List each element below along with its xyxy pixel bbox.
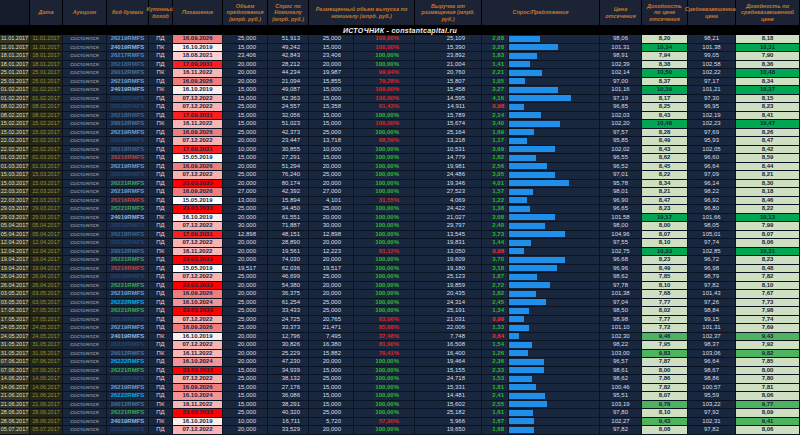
cell-demand-supply-ratio[interactable]: 3,05 <box>482 171 509 180</box>
cell-cutoff-yield[interactable]: 8,07 <box>642 392 688 401</box>
cell-demand-nominal[interactable]: 15,894 <box>268 197 309 206</box>
cell-wavg-price[interactable]: 102,58 <box>688 61 736 70</box>
cell-maturity-date[interactable]: 07.12.2022 <box>173 273 223 282</box>
cell-revenue[interactable]: 13,218 <box>415 137 482 146</box>
cell-auction-status[interactable]: состоялся <box>63 392 107 401</box>
cell-coupon-type[interactable]: ПД <box>149 154 173 163</box>
cell-placed-volume[interactable]: 15,000 <box>309 44 354 53</box>
cell-date[interactable]: 31.05.2017 <box>30 341 63 350</box>
cell-demand-supply-ratio[interactable]: 2,14 <box>482 112 509 121</box>
cell-date-left[interactable]: 01.02.2017 <box>0 95 30 104</box>
cell-offer-volume[interactable]: 25,000 <box>223 129 268 138</box>
table-row[interactable]: 15.02.201715.02.2017состоялся29012RMFSПК… <box>0 120 800 129</box>
cell-date[interactable]: 26.04.2017 <box>30 282 63 291</box>
cell-auction-status[interactable]: состоялся <box>63 214 107 223</box>
cell-wavg-yield[interactable]: 8,42 <box>736 146 800 155</box>
table-row[interactable]: 28.06.201728.06.2017состоялся24019RMFSПК… <box>0 418 800 427</box>
cell-placed-percent[interactable]: 100,00% <box>354 299 415 308</box>
cell-demand-supply-bar[interactable] <box>509 290 600 299</box>
cell-security-code[interactable]: 26221RMFS <box>107 180 149 189</box>
cell-placed-percent[interactable]: 99,94% <box>354 69 415 78</box>
cell-demand-supply-bar[interactable] <box>509 418 600 427</box>
cell-coupon-type[interactable]: ПД <box>149 409 173 418</box>
cell-placed-percent[interactable]: 100,00% <box>354 86 415 95</box>
cell-demand-nominal[interactable]: 23,447 <box>268 137 309 146</box>
cell-wavg-yield[interactable]: 7,90 <box>736 52 800 61</box>
cell-placed-volume[interactable]: 16,380 <box>309 341 354 350</box>
cell-cutoff-price[interactable]: 98,62 <box>600 375 642 384</box>
cell-demand-supply-bar[interactable] <box>509 78 600 87</box>
cell-security-code[interactable]: 26220RMFS <box>107 375 149 384</box>
table-row[interactable]: 29.03.201729.03.2017состоялся26221RMFSПД… <box>0 205 800 214</box>
cell-wavg-price[interactable]: 96,95 <box>688 103 736 112</box>
cell-demand-supply-ratio[interactable]: 1,26 <box>482 350 509 359</box>
cell-demand-nominal[interactable]: 21,094 <box>268 78 309 87</box>
cell-cutoff-price[interactable]: 102,02 <box>600 146 642 155</box>
cell-date-left[interactable]: 15.02.2017 <box>0 120 30 129</box>
cell-placed-volume[interactable]: 15,000 <box>309 86 354 95</box>
cell-cutoff-yield[interactable]: 8,38 <box>642 61 688 70</box>
cell-date-left[interactable]: 03.05.2017 <box>0 290 30 299</box>
cell-maturity-date[interactable]: 17.09.2031 <box>173 61 223 70</box>
cell-date-left[interactable]: 05.07.2017 <box>0 426 30 435</box>
cell-cutoff-price[interactable]: 97,78 <box>600 282 642 291</box>
cell-placed-percent[interactable]: 100,00% <box>354 35 415 44</box>
cell-demand-supply-bar[interactable] <box>509 95 600 104</box>
cell-coupon-type[interactable]: ПД <box>149 324 173 333</box>
cell-wavg-price[interactable]: 96,64 <box>688 358 736 367</box>
cell-demand-supply-bar[interactable] <box>509 214 600 223</box>
cell-wavg-yield[interactable]: 8,06 <box>736 239 800 248</box>
cell-maturity-date[interactable]: 16.09.2026 <box>173 78 223 87</box>
cell-placed-volume[interactable]: 25,000 <box>309 35 354 44</box>
cell-demand-supply-ratio[interactable]: 4,01 <box>482 180 509 189</box>
cell-wavg-yield[interactable]: 9,77 <box>736 401 800 410</box>
cell-placed-percent[interactable]: 100,00% <box>354 180 415 189</box>
cell-coupon-type[interactable]: ПД <box>149 146 173 155</box>
cell-cutoff-price[interactable]: 98,50 <box>600 307 642 316</box>
cell-placed-percent[interactable]: 57,20% <box>354 418 415 427</box>
cell-demand-supply-ratio[interactable]: 1,54 <box>482 341 509 350</box>
cell-date[interactable]: 11.01.2017 <box>30 44 63 53</box>
cell-wavg-yield[interactable]: 7,80 <box>736 375 800 384</box>
cell-auction-status[interactable]: состоялся <box>63 307 107 316</box>
table-row[interactable]: 14.06.201714.06.2017состоялся26219RMFSПД… <box>0 384 800 393</box>
cell-placed-percent[interactable]: 100,00% <box>354 214 415 223</box>
cell-revenue[interactable]: 19,609 <box>415 256 482 265</box>
cell-revenue[interactable]: 24,314 <box>415 299 482 308</box>
cell-demand-supply-bar[interactable] <box>509 35 600 44</box>
cell-revenue[interactable]: 21,004 <box>415 61 482 70</box>
cell-cutoff-yield[interactable]: 8,49 <box>642 265 688 274</box>
cell-cutoff-yield[interactable]: 8,28 <box>642 129 688 138</box>
table-row[interactable]: 24.05.201724.05.2017состоялся24019RMFSПК… <box>0 333 800 342</box>
cell-date-left[interactable]: 26.04.2017 <box>0 273 30 282</box>
cell-demand-supply-bar[interactable] <box>509 239 600 248</box>
cell-revenue[interactable]: 13,545 <box>415 231 482 240</box>
table-row[interactable]: 11.01.201711.01.2017состоялся26219RMFSПД… <box>0 35 800 44</box>
cell-wavg-yield[interactable]: 8,36 <box>736 61 800 70</box>
cell-cutoff-yield[interactable]: 7,77 <box>642 316 688 325</box>
cell-cutoff-yield[interactable]: 8,47 <box>642 197 688 206</box>
cell-security-code[interactable]: 24019RMFS <box>107 418 149 427</box>
cell-date[interactable]: 24.05.2017 <box>30 324 63 333</box>
cell-date-left[interactable]: 22.02.2017 <box>0 137 30 146</box>
cell-placed-volume[interactable]: 13,718 <box>309 137 354 146</box>
cell-cutoff-yield[interactable]: 8,25 <box>642 103 688 112</box>
cell-date[interactable]: 26.04.2017 <box>30 273 63 282</box>
cell-placed-volume[interactable]: 15,000 <box>309 384 354 393</box>
cell-placed-volume[interactable]: 20,000 <box>309 180 354 189</box>
table-row[interactable]: 03.05.201703.05.2017состоялся26219RMFSПД… <box>0 290 800 299</box>
cell-maturity-date[interactable]: 16.09.2026 <box>173 188 223 197</box>
cell-revenue[interactable]: 25,164 <box>415 129 482 138</box>
cell-revenue[interactable]: 19,831 <box>415 239 482 248</box>
cell-placed-volume[interactable]: 15,000 <box>309 392 354 401</box>
cell-maturity-date[interactable]: 16.11.2022 <box>173 69 223 78</box>
cell-auction-status[interactable]: состоялся <box>63 248 107 257</box>
cell-cutoff-yield[interactable]: 8,34 <box>642 180 688 189</box>
cell-revenue[interactable]: 23,892 <box>415 52 482 61</box>
cell-placed-percent[interactable]: 100,00% <box>354 146 415 155</box>
cell-demand-supply-ratio[interactable]: 2,08 <box>482 35 509 44</box>
cell-placed-volume[interactable]: 25,000 <box>309 273 354 282</box>
cell-demand-nominal[interactable]: 25,229 <box>268 350 309 359</box>
cell-date-left[interactable]: 24.05.2017 <box>0 324 30 333</box>
cell-offer-volume[interactable]: 25,000 <box>223 299 268 308</box>
